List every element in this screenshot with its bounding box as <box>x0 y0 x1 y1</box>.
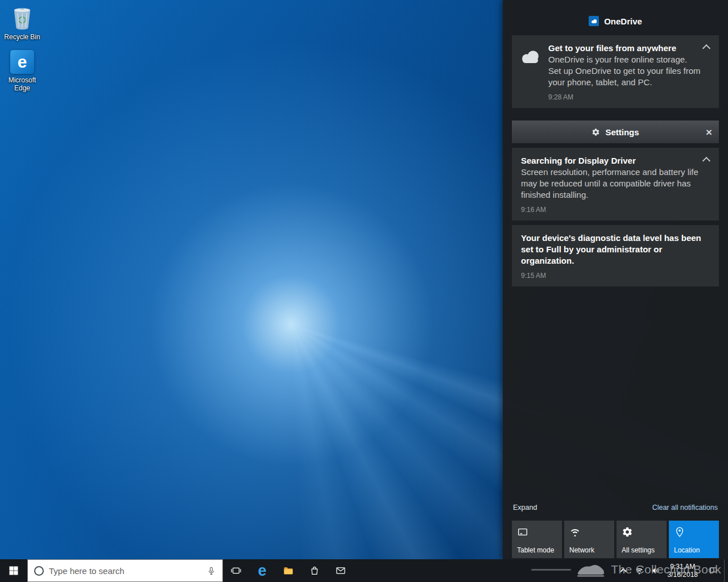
edge-letter: e <box>18 53 27 70</box>
notification-body: Screen resolution, performance and batte… <box>521 167 702 201</box>
desktop-icon-microsoft-edge[interactable]: e Microsoft Edge <box>0 50 44 92</box>
notification-title: Searching for Display Driver <box>521 155 702 167</box>
network-icon <box>635 566 644 575</box>
notification-time: 9:28 AM <box>548 93 702 101</box>
taskbar-edge-button[interactable]: e <box>249 559 275 582</box>
mail-envelope-icon <box>335 565 346 576</box>
group-title: OneDrive <box>604 16 642 26</box>
action-center-links: Expand Clear all notifications <box>503 504 728 512</box>
task-view-icon <box>230 565 242 576</box>
gear-icon <box>622 526 633 538</box>
mail-button[interactable] <box>328 559 354 582</box>
volume-icon <box>651 566 660 575</box>
recycle-bin-icon <box>10 5 35 31</box>
collapse-chevron-icon[interactable] <box>704 44 710 50</box>
quick-action-all-settings[interactable]: All settings <box>617 521 667 558</box>
collapse-chevron-icon[interactable] <box>704 157 710 163</box>
system-tray: 9:31 AM 3/16/2018 <box>615 559 728 582</box>
expand-link[interactable]: Expand <box>513 504 537 512</box>
desktop-icon-recycle-bin[interactable]: Recycle Bin <box>0 5 44 41</box>
quick-action-label: Location <box>674 546 700 554</box>
notification-display-driver[interactable]: Searching for Display Driver Screen reso… <box>512 148 719 221</box>
show-desktop-button[interactable] <box>724 559 728 582</box>
quick-actions-row: Tablet mode Network All settings Locatio… <box>512 521 719 558</box>
file-explorer-button[interactable] <box>275 559 301 582</box>
notification-diagnostic-data[interactable]: Your device's diagnostic data level has … <box>512 225 719 286</box>
cortana-icon[interactable] <box>34 566 44 576</box>
onedrive-icon <box>589 16 599 26</box>
notification-content: Get to your files from anywhere OneDrive… <box>548 43 702 101</box>
chevron-up-icon <box>620 568 626 575</box>
clock-date: 3/16/2018 <box>668 571 698 579</box>
edge-icon: e <box>258 563 266 579</box>
gear-icon <box>592 128 600 136</box>
notification-list: OneDrive Get to your files from anywhere… <box>503 0 728 286</box>
hidden-icons-button[interactable] <box>615 559 631 582</box>
action-center-panel: OneDrive Get to your files from anywhere… <box>503 0 728 559</box>
clock-time: 9:31 AM <box>668 563 698 571</box>
store-bag-icon <box>309 565 320 576</box>
notification-bubble-icon <box>709 566 718 575</box>
start-button[interactable] <box>0 559 27 582</box>
quick-action-label: All settings <box>622 546 655 554</box>
network-icon <box>569 526 581 538</box>
tray-network-button[interactable] <box>631 559 647 582</box>
folder-icon <box>283 565 294 576</box>
edge-icon: e <box>10 50 34 74</box>
microphone-icon[interactable] <box>206 566 216 576</box>
desktop-icon-list: Recycle Bin e Microsoft Edge <box>0 5 44 92</box>
notification-body: OneDrive is your free online storage. Se… <box>548 54 702 88</box>
cloud-icon <box>512 43 548 101</box>
close-icon[interactable]: × <box>706 127 712 138</box>
taskbar-search[interactable] <box>27 559 223 582</box>
desktop-icon-label: Microsoft Edge <box>0 76 44 92</box>
windows-logo-icon <box>8 565 19 576</box>
clear-all-notifications-link[interactable]: Clear all notifications <box>652 504 718 512</box>
notification-group-header-onedrive[interactable]: OneDrive <box>503 10 728 32</box>
desktop-icon-label: Recycle Bin <box>4 33 40 41</box>
notification-title: Get to your files from anywhere <box>548 43 702 54</box>
task-view-button[interactable] <box>223 559 249 582</box>
notification-group-header-settings[interactable]: Settings × <box>512 120 719 143</box>
location-icon <box>674 526 685 538</box>
quick-action-label: Network <box>569 546 594 554</box>
quick-action-tablet-mode[interactable]: Tablet mode <box>512 521 562 558</box>
quick-action-network[interactable]: Network <box>564 521 614 558</box>
tablet-icon <box>517 526 528 538</box>
notification-time: 9:16 AM <box>521 206 702 214</box>
notification-onedrive[interactable]: Get to your files from anywhere OneDrive… <box>512 35 719 108</box>
taskbar: e 9:31 AM 3/16/2018 <box>0 559 728 582</box>
quick-action-location[interactable]: Location <box>669 521 719 558</box>
tray-volume-button[interactable] <box>647 559 663 582</box>
group-title: Settings <box>605 127 639 137</box>
taskbar-clock[interactable]: 9:31 AM 3/16/2018 <box>663 563 702 579</box>
quick-action-label: Tablet mode <box>517 546 554 554</box>
action-center-button[interactable] <box>702 559 724 582</box>
notification-title: Your device's diagnostic data level has … <box>521 232 702 267</box>
microsoft-store-button[interactable] <box>301 559 328 582</box>
notification-time: 9:15 AM <box>521 272 702 280</box>
search-input[interactable] <box>49 566 201 576</box>
